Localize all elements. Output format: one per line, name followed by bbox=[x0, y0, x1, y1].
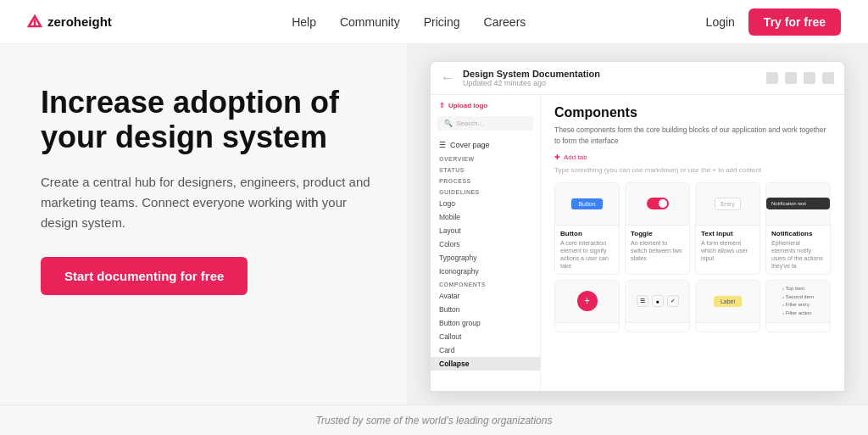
sidebar-cover-page[interactable]: ☰ Cover page bbox=[431, 137, 540, 153]
card-info-notifications: Notifications Ephemeral elements notify … bbox=[766, 226, 830, 274]
add-tab-link[interactable]: ✚ Add tab bbox=[554, 153, 831, 161]
card-name-input: Text input bbox=[701, 230, 754, 237]
plus-icon: ✚ bbox=[554, 153, 560, 161]
component-card-input: Entry Text input A form element which al… bbox=[695, 182, 760, 275]
icon-sm-3: ✓ bbox=[667, 295, 679, 307]
share-icon[interactable] bbox=[785, 72, 797, 84]
nav-links: Help Community Pricing Careers bbox=[292, 15, 526, 29]
settings-icon[interactable] bbox=[804, 72, 815, 84]
sidebar-status: STATUS bbox=[431, 164, 540, 175]
card-info-button: Button A core interaction element to sig… bbox=[555, 226, 619, 274]
nav-link-community[interactable]: Community bbox=[340, 15, 400, 29]
sidebar-logo[interactable]: Logo bbox=[431, 197, 540, 210]
content-title: Components bbox=[554, 105, 831, 120]
sidebar-colors[interactable]: Colors bbox=[431, 237, 540, 251]
component-card-fab: + bbox=[554, 280, 620, 332]
search-icon-sidebar: 🔍 bbox=[444, 120, 453, 127]
add-tab-label: Add tab bbox=[564, 153, 587, 161]
sidebar-search[interactable]: 🔍 Search... bbox=[437, 116, 533, 131]
component-card-icons: ☰ ● ✓ bbox=[625, 280, 690, 332]
nav-link-help[interactable]: Help bbox=[292, 15, 316, 29]
hero-title: Increase adoption of your design system bbox=[41, 85, 373, 155]
upload-logo[interactable]: ⇧ Upload logo bbox=[431, 95, 540, 113]
content-desc: These components form the core building … bbox=[554, 125, 831, 147]
card-preview-notifications: Notification text bbox=[766, 183, 830, 226]
component-card-notifications: Notification text Notifications Ephemera… bbox=[765, 182, 831, 275]
sidebar-avatar[interactable]: Avatar bbox=[431, 289, 540, 303]
content-hint: Type something (you can use markdown) or… bbox=[554, 166, 831, 174]
sidebar-button-group[interactable]: Button group bbox=[431, 316, 540, 330]
card-preview-label: Label bbox=[696, 281, 760, 323]
navbar: zeroheight Help Community Pricing Career… bbox=[0, 0, 868, 44]
preview-toggle-element bbox=[647, 198, 669, 209]
component-card-label: Label bbox=[695, 280, 760, 332]
component-card-toggle: Toggle An element to switch between two … bbox=[625, 182, 690, 275]
cover-page-label: Cover page bbox=[450, 141, 490, 149]
sidebar-overview: OVERVIEW bbox=[431, 153, 540, 164]
icon-sm-2: ● bbox=[652, 295, 664, 307]
cta-button[interactable]: Start documenting for free bbox=[41, 257, 248, 295]
sidebar-card[interactable]: Card bbox=[431, 343, 540, 357]
preview-notif-element: Notification text bbox=[766, 198, 830, 209]
card-info-input: Text input A form element which allows u… bbox=[696, 226, 760, 266]
try-button[interactable]: Try for free bbox=[748, 8, 841, 36]
doc-title: Design System Documentation bbox=[463, 69, 766, 79]
preview-list-element: › Top item › Second item › Filter entry … bbox=[782, 285, 814, 317]
login-button[interactable]: Login bbox=[706, 15, 735, 29]
doc-subtitle: Updated 42 minutes ago bbox=[463, 79, 766, 87]
card-preview-fab: + bbox=[555, 281, 619, 323]
hero-subtitle: Create a central hub for designers, engi… bbox=[41, 172, 373, 233]
upload-label: Upload logo bbox=[448, 102, 487, 109]
component-card-list: › Top item › Second item › Filter entry … bbox=[765, 280, 831, 332]
mockup-sidebar: ⇧ Upload logo 🔍 Search... ☰ Cover page O… bbox=[431, 95, 541, 391]
card-name-button: Button bbox=[560, 230, 614, 237]
footer: Trusted by some of the world's leading o… bbox=[0, 404, 868, 435]
search-icon[interactable] bbox=[766, 72, 778, 84]
card-name-notifications: Notifications bbox=[771, 230, 825, 237]
card-desc-button: A core interaction element to signify ac… bbox=[560, 239, 614, 270]
icon-sm-1: ☰ bbox=[637, 295, 648, 307]
main-content: Increase adoption of your design system … bbox=[0, 44, 868, 435]
nav-link-pricing[interactable]: Pricing bbox=[424, 15, 460, 29]
card-preview-button: Button bbox=[555, 183, 619, 226]
mockup-title-area: Design System Documentation Updated 42 m… bbox=[463, 69, 766, 87]
nav-actions: Login Try for free bbox=[706, 8, 841, 36]
sidebar-collapse[interactable]: Collapse bbox=[431, 357, 540, 371]
sidebar-button[interactable]: Button bbox=[431, 303, 540, 316]
sidebar-mobile[interactable]: Mobile bbox=[431, 210, 540, 224]
preview-fab-element: + bbox=[577, 291, 598, 311]
card-preview-input: Entry bbox=[696, 183, 760, 226]
sidebar-process: PROCESS bbox=[431, 175, 540, 186]
more-icon[interactable] bbox=[822, 72, 834, 84]
card-desc-notifications: Ephemeral elements notify users of the a… bbox=[771, 239, 825, 270]
card-info-fab bbox=[555, 323, 619, 332]
preview-icons-row: ☰ ● ✓ bbox=[637, 295, 679, 307]
hero-section: Increase adoption of your design system … bbox=[0, 44, 407, 435]
sidebar-iconography[interactable]: Iconography bbox=[431, 265, 540, 278]
card-info-label bbox=[696, 323, 760, 332]
sidebar-guidelines: GUIDELINES bbox=[431, 186, 540, 197]
card-preview-toggle bbox=[626, 183, 689, 226]
nav-link-careers[interactable]: Careers bbox=[484, 15, 526, 29]
back-icon[interactable]: ← bbox=[441, 70, 454, 86]
card-info-toggle: Toggle An element to switch between two … bbox=[626, 226, 689, 266]
upload-icon: ⇧ bbox=[439, 102, 445, 109]
logo-text: zeroheight bbox=[47, 14, 112, 29]
preview-button-element: Button bbox=[571, 198, 602, 209]
card-name-toggle: Toggle bbox=[631, 230, 684, 237]
home-icon: ☰ bbox=[439, 141, 446, 149]
preview-label-element: Label bbox=[714, 296, 742, 307]
sidebar-typography[interactable]: Typography bbox=[431, 251, 540, 265]
sidebar-layout[interactable]: Layout bbox=[431, 224, 540, 237]
logo[interactable]: zeroheight bbox=[27, 14, 112, 30]
card-desc-toggle: An element to switch between two states bbox=[631, 239, 684, 262]
card-info-list bbox=[766, 323, 830, 332]
toggle-dot bbox=[659, 199, 667, 208]
sidebar-components: COMPONENTS bbox=[431, 278, 540, 289]
search-placeholder: Search... bbox=[456, 120, 483, 127]
mockup-body: ⇧ Upload logo 🔍 Search... ☰ Cover page O… bbox=[431, 95, 844, 391]
topbar-icons bbox=[766, 72, 834, 84]
component-grid: Button Button A core interaction element… bbox=[554, 182, 831, 275]
sidebar-callout[interactable]: Callout bbox=[431, 330, 540, 343]
mockup-topbar: ← Design System Documentation Updated 42… bbox=[431, 62, 844, 95]
